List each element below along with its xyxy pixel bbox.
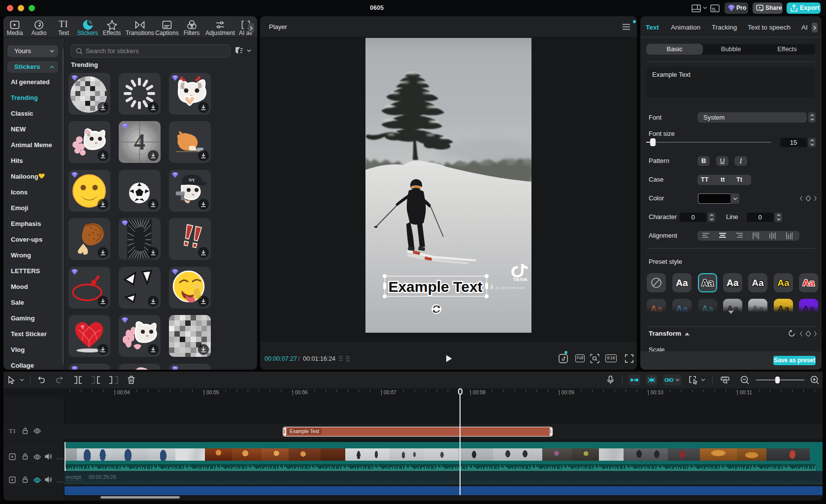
svg-text:NY: NY (189, 178, 195, 183)
svg-text:@ catrionathomas: @ catrionathomas (495, 285, 525, 290)
svg-text:Example Text: Example Text (388, 279, 482, 295)
svg-text:4: 4 (134, 129, 145, 155)
svg-text:TikTok: TikTok (513, 277, 528, 282)
